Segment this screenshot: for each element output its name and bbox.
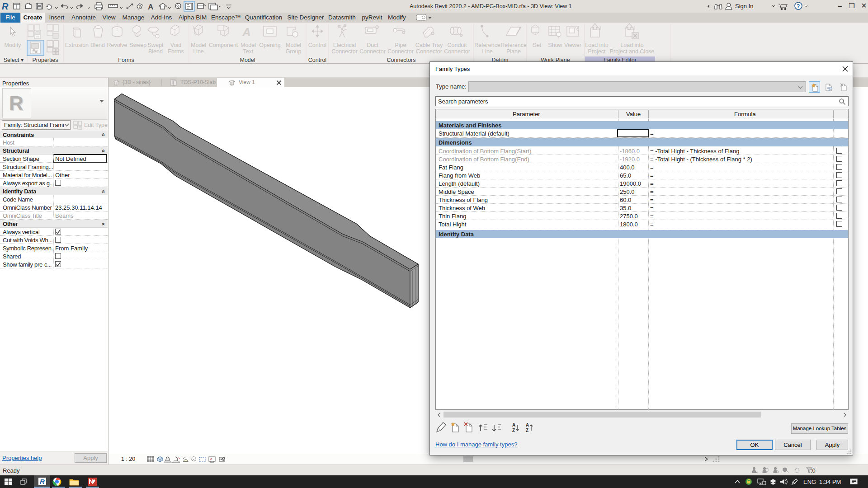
svg-text:Z: Z xyxy=(512,428,515,433)
svg-text:Sign In: Sign In xyxy=(735,3,753,9)
svg-text:A: A xyxy=(512,422,515,427)
svg-text:A: A xyxy=(148,3,153,11)
svg-text:?: ? xyxy=(797,3,800,9)
svg-text:Z: Z xyxy=(526,428,528,433)
svg-text:1: 1 xyxy=(139,5,141,8)
svg-text:A: A xyxy=(242,25,251,39)
svg-text:A: A xyxy=(526,422,529,427)
svg-text:R: R xyxy=(2,1,9,11)
